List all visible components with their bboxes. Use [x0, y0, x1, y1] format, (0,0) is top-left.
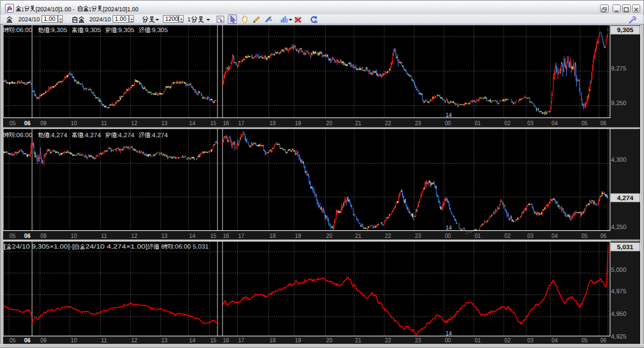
svg-text:22: 22: [385, 120, 391, 127]
svg-text:14: 14: [446, 225, 452, 232]
svg-text:5,000: 5,000: [611, 267, 627, 274]
svg-text::4,274: :4,274: [83, 132, 101, 139]
svg-text:03: 03: [527, 233, 533, 240]
svg-text:05: 05: [581, 120, 587, 127]
svg-text:15: 15: [210, 233, 216, 240]
svg-text::4,274: :4,274: [116, 132, 135, 139]
svg-text::9,305: :9,305: [50, 27, 68, 34]
svg-text:12: 12: [131, 120, 138, 127]
svg-text:12: 12: [131, 233, 138, 240]
svg-text::06:00: :06:00: [14, 132, 33, 139]
svg-text:24/10 4,274×1.00]: 24/10 4,274×1.00]: [86, 244, 148, 250]
svg-text:18: 18: [270, 120, 276, 127]
svg-text:9,275: 9,275: [611, 65, 627, 72]
svg-text:06: 06: [25, 120, 31, 127]
svg-text:13: 13: [161, 233, 167, 240]
svg-text:[2024/10]1.00 -: [2024/10]1.00 -: [36, 6, 75, 13]
svg-text:00: 00: [445, 120, 451, 127]
svg-text:4,925: 4,925: [611, 334, 627, 340]
svg-text:5,031: 5,031: [617, 244, 633, 251]
svg-text:05: 05: [9, 233, 16, 240]
svg-text:11: 11: [101, 233, 108, 240]
svg-text:01: 01: [475, 233, 481, 240]
svg-text:9,250: 9,250: [611, 100, 627, 107]
svg-text:10: 10: [71, 120, 77, 127]
svg-text:14: 14: [189, 120, 196, 127]
svg-text:04: 04: [552, 120, 558, 127]
svg-text:19: 19: [295, 233, 301, 240]
svg-text:23: 23: [415, 120, 421, 127]
svg-text:02: 02: [504, 120, 511, 127]
svg-text:4,300: 4,300: [611, 157, 627, 164]
svg-text::4,274: :4,274: [150, 132, 169, 139]
svg-text:19: 19: [295, 120, 301, 127]
svg-text:02: 02: [504, 233, 511, 240]
svg-text:1: 1: [89, 6, 91, 13]
svg-text:[: [: [3, 244, 6, 250]
svg-text:11: 11: [101, 120, 108, 127]
svg-text:03: 03: [527, 120, 533, 127]
svg-text::06:00: :06:00: [14, 27, 33, 34]
svg-text:1: 1: [21, 6, 24, 13]
svg-text:00: 00: [445, 233, 451, 240]
svg-text:21: 21: [355, 120, 362, 127]
svg-text::4,274: :4,274: [50, 132, 68, 139]
svg-text::9,305: :9,305: [116, 27, 135, 34]
svg-text:4,274: 4,274: [617, 195, 633, 202]
svg-text:14: 14: [446, 112, 452, 119]
svg-text:4,250: 4,250: [611, 224, 627, 231]
svg-text::06:00 5,031: :06:00 5,031: [173, 244, 209, 250]
svg-text:17: 17: [238, 120, 245, 127]
svg-text:06: 06: [600, 233, 606, 240]
svg-text:01: 01: [475, 120, 481, 127]
svg-text:13: 13: [161, 120, 167, 127]
svg-text:20: 20: [326, 120, 333, 127]
svg-text:R: R: [314, 20, 318, 24]
svg-text:20: 20: [326, 233, 333, 240]
svg-text:06: 06: [600, 120, 606, 127]
svg-text:4,950: 4,950: [611, 311, 627, 318]
svg-text:09: 09: [40, 233, 47, 240]
svg-text:16: 16: [223, 233, 229, 240]
svg-text:22: 22: [385, 233, 391, 240]
svg-text:05: 05: [581, 233, 587, 240]
svg-text:17: 17: [238, 233, 245, 240]
svg-text::9,305: :9,305: [150, 27, 169, 34]
svg-text:24/10 9,305×1.00]-[: 24/10 9,305×1.00]-[: [12, 244, 74, 250]
svg-text:09: 09: [40, 120, 47, 127]
svg-text::9,305: :9,305: [83, 27, 101, 34]
svg-text:14: 14: [446, 330, 452, 337]
svg-text:18: 18: [270, 233, 276, 240]
svg-text:[2024/10]1.00: [2024/10]1.00: [103, 6, 138, 13]
svg-text:21: 21: [355, 233, 362, 240]
svg-text:15: 15: [210, 120, 216, 127]
svg-text:16: 16: [223, 120, 229, 127]
svg-text:06: 06: [25, 233, 31, 240]
svg-text:04: 04: [552, 233, 558, 240]
svg-text:05: 05: [9, 120, 16, 127]
svg-text:10: 10: [71, 233, 77, 240]
svg-text:14: 14: [189, 233, 196, 240]
svg-text:23: 23: [415, 233, 421, 240]
svg-text:9,305: 9,305: [617, 27, 633, 34]
svg-text:4,975: 4,975: [611, 288, 627, 295]
